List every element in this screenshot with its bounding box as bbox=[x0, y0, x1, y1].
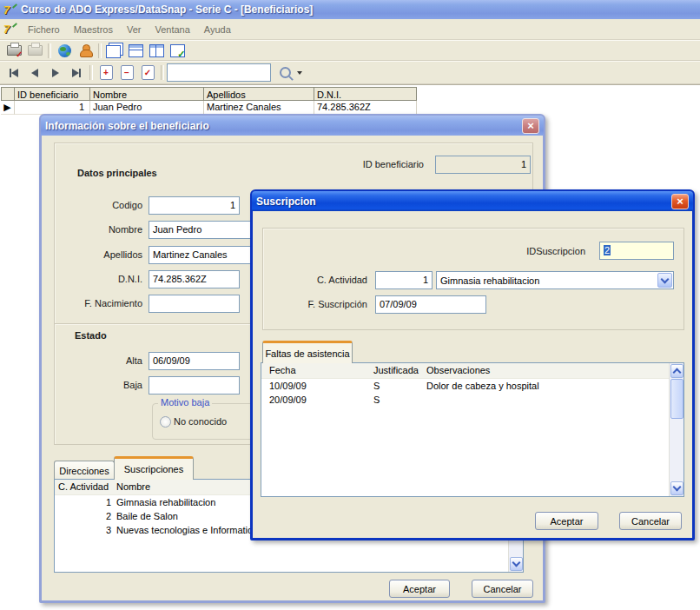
tab-suscripciones[interactable]: Suscripciones bbox=[114, 456, 194, 480]
nav-last-button[interactable] bbox=[66, 63, 87, 82]
search-button[interactable] bbox=[274, 63, 295, 82]
codigo-label: Codigo bbox=[64, 200, 142, 210]
chevron-down-icon bbox=[512, 559, 521, 567]
list-header-actividad[interactable]: C. Actividad bbox=[58, 480, 109, 494]
baja-field[interactable] bbox=[149, 376, 240, 395]
scroll-up-button[interactable] bbox=[670, 364, 683, 378]
nav-first-button[interactable] bbox=[3, 63, 24, 82]
print-button[interactable] bbox=[3, 42, 24, 60]
fsuscripcion-label: F. Suscripción bbox=[281, 299, 367, 309]
grid-col-apellidos[interactable]: Apellidos bbox=[204, 87, 314, 101]
record-post-button[interactable]: ✓ bbox=[137, 63, 158, 82]
menu-maestros[interactable]: Maestros bbox=[67, 22, 120, 37]
falta-observaciones: Dolor de cabeza y hospital bbox=[426, 379, 539, 393]
menu-ventana[interactable]: Ventana bbox=[148, 22, 196, 37]
cell-apellidos[interactable]: Martinez Canales bbox=[204, 101, 314, 115]
print-disabled-button[interactable] bbox=[24, 42, 45, 60]
estado-heading: Estado bbox=[75, 330, 107, 341]
close-icon[interactable]: × bbox=[671, 194, 689, 209]
actividad-label: C. Actividad bbox=[287, 275, 367, 285]
mdi-child-icon[interactable]: 7 bbox=[3, 23, 17, 36]
record-insert-button[interactable]: + bbox=[96, 63, 116, 82]
faltas-scrollbar[interactable] bbox=[669, 363, 683, 496]
faltas-col-justificada[interactable]: Justificada bbox=[373, 363, 419, 378]
nav-next-icon bbox=[52, 69, 59, 77]
nav-next-button[interactable] bbox=[45, 63, 66, 82]
scroll-down-button[interactable] bbox=[670, 481, 683, 495]
cancelar-label: Cancelar bbox=[483, 584, 521, 594]
row-indicator-icon: ▶ bbox=[1, 101, 15, 115]
record-delete-icon: − bbox=[121, 65, 134, 80]
menu-ayuda[interactable]: Ayuda bbox=[197, 22, 238, 37]
printer-icon bbox=[7, 45, 22, 56]
toolbar-separator bbox=[48, 43, 51, 58]
nav-last-icon bbox=[72, 69, 79, 77]
baja-label: Baja bbox=[96, 380, 142, 390]
motivo-no-conocido-label: No conocido bbox=[174, 416, 227, 427]
faltas-col-fecha[interactable]: Fecha bbox=[269, 363, 296, 378]
table-row[interactable]: 20/09/09 S bbox=[261, 393, 683, 407]
list-item-code: 2 bbox=[72, 509, 111, 523]
menu-fichero[interactable]: Fichero bbox=[21, 22, 67, 37]
codigo-field[interactable]: 1 bbox=[149, 196, 240, 215]
search-input[interactable] bbox=[167, 63, 271, 82]
search-dropdown-icon[interactable] bbox=[297, 71, 302, 75]
app-icon[interactable]: 7 bbox=[3, 3, 17, 17]
aceptar-button[interactable]: Aceptar bbox=[389, 580, 450, 598]
cascade-windows-button[interactable] bbox=[104, 42, 125, 60]
motivo-no-conocido-radio[interactable] bbox=[160, 416, 171, 428]
close-icon[interactable]: × bbox=[522, 118, 539, 134]
cell-dni[interactable]: 74.285.362Z bbox=[314, 101, 417, 115]
form-check-button[interactable] bbox=[167, 42, 188, 60]
fsuscripcion-field[interactable]: 07/09/09 bbox=[375, 295, 486, 314]
cancelar-button[interactable]: Cancelar bbox=[472, 580, 533, 598]
combo-dropdown-button[interactable] bbox=[657, 273, 672, 288]
idsuscripcion-label: IDSuscripcion bbox=[502, 246, 585, 256]
actividad-combobox[interactable]: Gimnasia rehabilitacion bbox=[436, 271, 674, 289]
faltas-col-observaciones[interactable]: Observaciones bbox=[426, 363, 490, 378]
beneficiario-dialog-titlebar: Información sobre el beneficiario × bbox=[41, 116, 544, 136]
actividad-combobox-value: Gimnasia rehabilitacion bbox=[440, 275, 539, 286]
tile-vertical-button[interactable] bbox=[146, 42, 167, 60]
cancelar-button[interactable]: Cancelar bbox=[619, 512, 682, 530]
fnacimiento-label: F. Nacimiento bbox=[64, 298, 142, 308]
grid-col-dni[interactable]: D.N.I. bbox=[314, 87, 417, 101]
nav-prior-button[interactable] bbox=[24, 63, 45, 82]
list-header-nombre[interactable]: Nombre bbox=[116, 480, 150, 494]
cell-id[interactable]: 1 bbox=[15, 101, 90, 115]
record-delete-button[interactable]: − bbox=[116, 63, 137, 82]
tile-vertical-icon bbox=[149, 44, 164, 57]
grid-col-nombre[interactable]: Nombre bbox=[90, 87, 204, 101]
dni-label: D.N.I. bbox=[64, 274, 142, 284]
fnacimiento-field[interactable] bbox=[149, 295, 240, 313]
tab-direcciones[interactable]: Direcciones bbox=[54, 461, 115, 480]
table-row[interactable]: ▶ 1 Juan Pedro Martinez Canales 74.285.3… bbox=[1, 101, 417, 115]
idsuscripcion-field[interactable]: 2 bbox=[599, 242, 674, 260]
table-row[interactable]: 10/09/09 S Dolor de cabeza y hospital bbox=[261, 379, 683, 393]
user-button[interactable] bbox=[75, 42, 96, 60]
id-beneficiario-label: ID beneficiario bbox=[333, 159, 424, 169]
tab-faltas[interactable]: Faltas de asistencia bbox=[262, 341, 353, 363]
cascade-windows-icon bbox=[106, 45, 121, 58]
dni-field[interactable]: 74.285.362Z bbox=[149, 270, 240, 288]
app-screen: 7 Curso de ADO Express/DataSnap - Serie … bbox=[0, 0, 700, 610]
grid-col-id[interactable]: ID beneficiario bbox=[15, 87, 90, 101]
printer-disabled-icon bbox=[28, 45, 43, 56]
suscripcion-dialog-title: Suscripcion bbox=[256, 196, 316, 208]
aceptar-button[interactable]: Aceptar bbox=[535, 512, 598, 530]
tile-horizontal-button[interactable] bbox=[125, 42, 146, 60]
actividad-code-field[interactable]: 1 bbox=[375, 271, 433, 289]
tab-suscripciones-label: Suscripciones bbox=[124, 464, 183, 474]
menu-ver[interactable]: Ver bbox=[120, 22, 149, 37]
web-button[interactable] bbox=[54, 42, 75, 60]
form-check-icon bbox=[170, 44, 185, 57]
scroll-down-button[interactable] bbox=[510, 557, 523, 571]
suscripcion-dialog-titlebar: Suscripcion × bbox=[252, 191, 693, 211]
motivo-baja-caption: Motivo baja bbox=[158, 397, 212, 408]
aceptar-label: Aceptar bbox=[403, 584, 436, 594]
aceptar-label: Aceptar bbox=[551, 516, 584, 527]
scrollbar-thumb[interactable] bbox=[670, 379, 683, 419]
cell-nombre[interactable]: Juan Pedro bbox=[90, 101, 204, 115]
alta-field[interactable]: 06/09/09 bbox=[149, 352, 240, 370]
faltas-header-row: Fecha Justificada Observaciones bbox=[261, 363, 683, 379]
